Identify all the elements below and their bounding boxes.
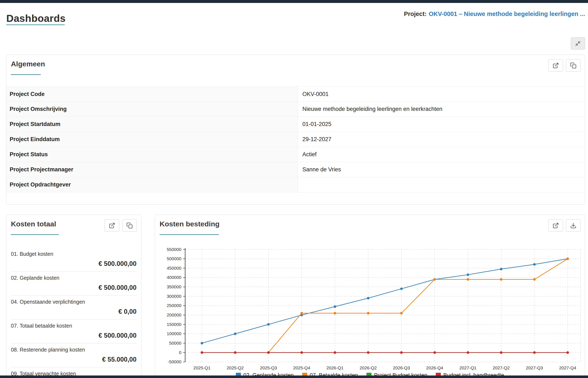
download-button[interactable] [566, 219, 581, 232]
item-label: 01. Budget kosten [11, 251, 136, 257]
item-value: € 0,00 [11, 308, 136, 315]
external-link-icon [552, 222, 559, 229]
collapse-dashboard-button[interactable] [571, 37, 585, 50]
svg-text:2027-Q1: 2027-Q1 [459, 365, 476, 370]
svg-text:2025-Q2: 2025-Q2 [227, 365, 244, 370]
copy-icon [570, 62, 576, 69]
copy-button[interactable] [566, 59, 581, 72]
svg-text:2025-Q4: 2025-Q4 [293, 365, 310, 370]
copy-button[interactable] [122, 219, 137, 232]
card-title-underline [160, 234, 219, 235]
svg-text:550000: 550000 [167, 247, 181, 252]
card-title-underline [11, 74, 41, 75]
algemeen-card: Algemeen Project Code OKV-0001 Project O… [6, 54, 585, 204]
svg-text:250000: 250000 [167, 303, 181, 308]
svg-text:2026-Q1: 2026-Q1 [326, 365, 343, 370]
minimize-icon [575, 40, 581, 46]
svg-text:2025-Q1: 2025-Q1 [193, 365, 210, 370]
item-label: 02. Geplande kosten [11, 275, 136, 281]
item-label: 08. Resterende planning kosten [11, 347, 136, 353]
svg-text:350000: 350000 [167, 284, 181, 289]
item-value: € 500.000,00 [11, 284, 136, 292]
svg-text:2027-Q2: 2027-Q2 [493, 365, 510, 370]
row-label: Project Projectmanager [6, 162, 298, 177]
item-label: 07. Totaal betaalde kosten [11, 323, 136, 329]
table-row: Project Projectmanager Sanne de Vries [6, 162, 585, 177]
table-row: Project Omschrijving Nieuwe methode bege… [6, 102, 585, 117]
svg-text:100000: 100000 [167, 331, 181, 336]
kosten-totaal-card: Kosten totaal 01. Budget kosten € 500.00… [6, 215, 141, 378]
table-row: Project Startdatum 01-01-2025 [6, 117, 585, 132]
list-item: 08. Resterende planning kosten € 55.000,… [11, 343, 136, 367]
svg-text:2026-Q3: 2026-Q3 [393, 365, 410, 370]
project-selector: Project:OKV-0001 – Nieuwe methode begele… [404, 11, 585, 17]
list-item: 01. Budget kosten € 500.000,00 [11, 248, 136, 271]
item-value: € 500.000,00 [11, 332, 136, 339]
table-row: Project Einddatum 29-12-2027 [6, 132, 585, 147]
svg-text:2027-Q4: 2027-Q4 [559, 365, 576, 370]
project-detail-table: Project Code OKV-0001 Project Omschrijvi… [6, 86, 585, 192]
page-title: Dashboards [6, 13, 66, 24]
card-title-kosten-besteding: Kosten besteding [160, 220, 219, 228]
bottom-bar [0, 376, 588, 378]
page-title-underline [6, 24, 65, 25]
kosten-besteding-card: Kosten besteding -5000005000010000015000… [155, 215, 585, 378]
external-link-icon [552, 62, 559, 69]
kosten-besteding-chart: -500000500001000001500002000002500003000… [155, 240, 585, 374]
svg-text:150000: 150000 [167, 322, 181, 327]
top-navigation-bar [0, 0, 588, 3]
list-item: 07. Totaal betaalde kosten € 500.000,00 [11, 319, 136, 343]
copy-icon [126, 222, 133, 229]
row-label: Project Status [6, 147, 298, 162]
svg-text:2027-Q3: 2027-Q3 [526, 365, 543, 370]
item-value: € 500.000,00 [11, 260, 136, 268]
svg-text:450000: 450000 [167, 266, 181, 270]
row-label: Project Omschrijving [6, 102, 298, 117]
row-label: Project Einddatum [6, 132, 298, 147]
external-link-icon [109, 222, 115, 229]
list-item: 04. Openstaande verplichtingen € 0,00 [11, 296, 136, 319]
item-label: 04. Openstaande verplichtingen [11, 299, 136, 305]
svg-text:50000: 50000 [169, 341, 181, 345]
open-in-new-tab-button[interactable] [105, 219, 119, 232]
svg-text:300000: 300000 [167, 294, 181, 299]
card-title-algemeen: Algemeen [11, 60, 45, 68]
svg-text:2026-Q4: 2026-Q4 [426, 365, 443, 370]
project-link[interactable]: OKV-0001 – Nieuwe methode begeleiding le… [429, 11, 585, 17]
row-value [298, 177, 585, 192]
row-label: Project Code [6, 87, 298, 101]
row-label: Project Opdrachtgever [6, 177, 298, 192]
row-value: 29-12-2027 [298, 132, 585, 147]
row-value: Actief [298, 147, 585, 162]
row-label: Project Startdatum [6, 117, 298, 132]
card-title-underline [11, 234, 59, 235]
svg-text:0: 0 [179, 350, 181, 355]
list-item: 02. Geplande kosten € 500.000,00 [11, 271, 136, 296]
svg-text:2026-Q2: 2026-Q2 [360, 365, 376, 370]
kosten-totaal-list: 01. Budget kosten € 500.000,00 02. Gepla… [11, 248, 136, 378]
svg-text:400000: 400000 [167, 275, 181, 280]
open-in-new-tab-button[interactable] [548, 59, 563, 72]
svg-text:2025-Q3: 2025-Q3 [260, 365, 277, 370]
chart-area: -500000500001000001500002000002500003000… [155, 240, 585, 374]
table-row: Project Status Actief [6, 147, 585, 162]
svg-text:200000: 200000 [167, 312, 181, 317]
open-in-new-tab-button[interactable] [548, 219, 563, 232]
row-value: Sanne de Vries [298, 162, 585, 177]
item-value: € 55.000,00 [11, 356, 136, 363]
card-title-kosten-totaal: Kosten totaal [11, 220, 56, 228]
project-label: Project: [404, 11, 427, 17]
download-icon [570, 222, 576, 229]
row-value: Nieuwe methode begeleiding leerlingen en… [298, 102, 585, 117]
svg-text:-50000: -50000 [168, 359, 181, 364]
svg-text:500000: 500000 [167, 256, 181, 261]
table-row: Project Opdrachtgever [6, 177, 585, 192]
table-row: Project Code OKV-0001 [6, 86, 585, 102]
row-value: OKV-0001 [298, 87, 585, 101]
row-value: 01-01-2025 [298, 117, 585, 132]
